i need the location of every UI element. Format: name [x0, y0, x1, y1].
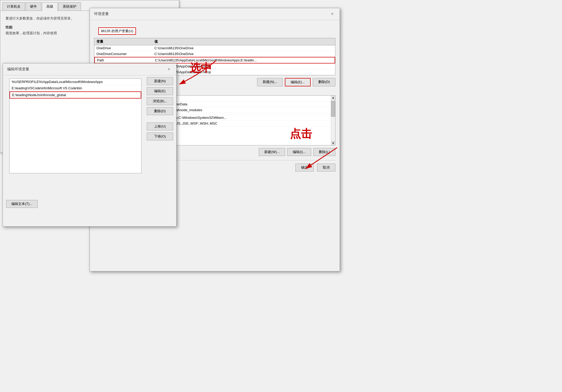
list-item[interactable]: E:\leading\VSCode\info\Microsoft VS Code…: [9, 85, 141, 91]
edit-edit-btn[interactable]: 编辑(E): [147, 87, 173, 95]
user-new-btn[interactable]: 新建(N)...: [257, 78, 283, 86]
row-val: D;.VBS;.VBE;.JS;.JSE;.WSF;.WSH;.MSC: [154, 121, 333, 125]
col-header-var: 变量: [96, 39, 154, 44]
scrollbar-thumb[interactable]: [331, 101, 335, 117]
user-edit-btn[interactable]: 编辑(E)...: [285, 78, 311, 86]
user-delete-btn[interactable]: 删除(D): [313, 78, 335, 86]
edit-up-btn[interactable]: 上移(U): [147, 122, 173, 130]
env-dialog-title-text: 环境变量: [94, 12, 109, 16]
tab-advanced[interactable]: 高级: [42, 2, 58, 11]
edit-path-list: %USERPROFILE%\AppData\Local\Microsoft\Wi…: [9, 79, 141, 173]
row-val: C:\Users\86135\AppData\Local\Temp: [154, 64, 333, 68]
scrollbar-track[interactable]: ▲ ▼: [331, 96, 335, 145]
tab-computername[interactable]: 计算机名: [2, 2, 25, 11]
env-ok-btn[interactable]: 确定: [295, 164, 314, 172]
row-val: 32\cmd.exe: [154, 96, 333, 100]
row-val-path: C:\Users\86135\AppData\Local\Microsoft\W…: [155, 58, 333, 62]
edit-dialog: 编辑环境变量 × %USERPROFILE%\AppData\Local\Mic…: [3, 63, 177, 227]
row-var: OneDriveConsumer: [96, 52, 154, 56]
user-var-table-header: 变量 值: [94, 38, 335, 45]
tab-hardware[interactable]: 硬件: [26, 2, 41, 11]
tab-sysprotect[interactable]: 系统保护: [58, 2, 81, 11]
row-val: C:\Users\86135\OneDrive: [154, 46, 333, 50]
row-val: nfo\node_global\node_modules: [154, 108, 333, 112]
edit-browse-btn[interactable]: 浏览(B)...: [147, 97, 173, 105]
edit-dialog-title-text: 编辑环境变量: [7, 67, 29, 72]
perf-desc: 视觉效果，处理器计划，内存使用: [6, 31, 57, 36]
edit-text-btn[interactable]: 编辑文本(T)...: [6, 200, 38, 208]
env-dialog-close[interactable]: ×: [329, 11, 335, 17]
table-row-path[interactable]: Path C:\Users\86135\AppData\Local\Micros…: [94, 57, 335, 63]
env-cancel-btn[interactable]: 取消: [317, 164, 335, 172]
list-item-selected[interactable]: E:\leading\NodeJs\info\node_global: [9, 91, 141, 99]
edit-down-btn[interactable]: 下移(O): [147, 133, 173, 140]
row-val: 32\Drivers\DriverData: [154, 102, 333, 106]
table-row[interactable]: OneDriveConsumer C:\Users\86135\OneDrive: [94, 51, 335, 57]
row-val: 32;C:\Windows;C:\Windows\System32\Wbem..…: [154, 116, 333, 120]
edit-dialog-titlebar: 编辑环境变量 ×: [3, 63, 176, 75]
table-row[interactable]: OneDrive C:\Users\86135\OneDrive: [94, 45, 335, 51]
edit-delete-btn[interactable]: 删除(D): [147, 107, 173, 115]
sys-delete-btn[interactable]: 删除(L): [313, 148, 335, 156]
sys-new-btn[interactable]: 新建(W)...: [259, 148, 285, 156]
edit-dialog-close[interactable]: ×: [166, 66, 172, 72]
row-var-path: Path: [97, 58, 155, 62]
col-header-val: 值: [154, 39, 333, 44]
user-var-label: 86135 的用户变量(U): [98, 27, 136, 35]
row-val: C:\Users\86135\OneDrive: [154, 52, 333, 56]
env-dialog-titlebar: 环境变量 ×: [90, 8, 340, 20]
sys-edit-btn[interactable]: 编辑(I)...: [287, 148, 311, 156]
row-val: C:\Users\86135\AppData\Local\Temp: [154, 70, 333, 74]
list-item[interactable]: %USERPROFILE%\AppData\Local\Microsoft\Wi…: [9, 79, 141, 85]
row-var: OneDrive: [96, 46, 154, 50]
edit-new-btn[interactable]: 新建(N): [147, 77, 173, 85]
